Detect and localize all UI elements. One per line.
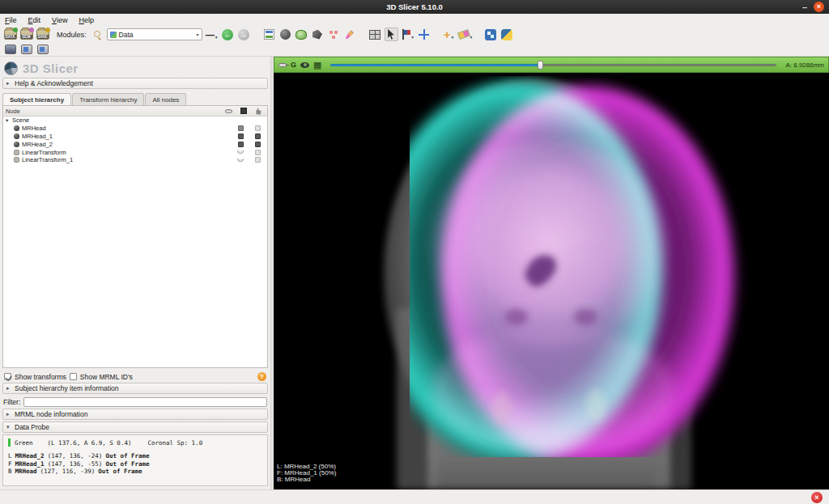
segment-editor-module-button[interactable] bbox=[343, 28, 357, 41]
measurement-button[interactable]: ▾ bbox=[458, 28, 473, 41]
segment-editor-icon bbox=[345, 29, 355, 40]
visibility-eye-icon[interactable] bbox=[238, 125, 244, 131]
mri-slice-image bbox=[274, 73, 829, 489]
window-title: 3D Slicer 5.10.0 bbox=[386, 2, 443, 11]
models-icon bbox=[295, 30, 307, 40]
tree-row-scene[interactable]: ▾ Scene bbox=[3, 116, 267, 125]
probe-view-name: Green bbox=[15, 439, 33, 447]
add-node-button[interactable]: +▾ bbox=[442, 28, 456, 41]
tree-header[interactable]: Node bbox=[3, 106, 267, 116]
scene-view-restore-button[interactable] bbox=[36, 42, 49, 56]
green-view-color-chip bbox=[8, 438, 11, 447]
show-transforms-checkbox[interactable] bbox=[4, 373, 11, 380]
transform-cell-icon[interactable] bbox=[255, 157, 261, 163]
layout-selector-button[interactable] bbox=[368, 28, 382, 41]
probe-ras: (L 137.6, A 6.9, S 0.4) bbox=[48, 439, 132, 447]
tree-row-lineartransform-1[interactable]: LinearTransform_1 bbox=[3, 156, 267, 164]
expanded-arrow-icon[interactable]: ▾ bbox=[6, 117, 12, 124]
screen-capture-button[interactable] bbox=[3, 42, 17, 56]
module-back-button[interactable]: ← bbox=[221, 28, 235, 41]
chevron-down-icon: ▾ bbox=[411, 35, 414, 41]
node-column-header: Node bbox=[6, 108, 20, 115]
visibility-closed-eye-icon[interactable] bbox=[237, 150, 244, 154]
models-module-button[interactable] bbox=[295, 28, 308, 41]
modules-label: Modules: bbox=[57, 31, 87, 39]
transforms-module-button[interactable] bbox=[311, 28, 325, 41]
slice-layout-grid-icon[interactable]: ▦ bbox=[313, 61, 321, 70]
markups-module-button[interactable] bbox=[327, 28, 341, 41]
expanded-arrow-icon: ▾ bbox=[6, 424, 11, 430]
color-column-icon[interactable] bbox=[240, 108, 247, 114]
filter-row: Filter: bbox=[2, 396, 268, 409]
module-forward-button[interactable]: → bbox=[237, 28, 251, 41]
load-data-icon: DATA bbox=[4, 29, 17, 40]
item-information-section[interactable]: ▸ Subject hierarchy item information bbox=[2, 383, 268, 394]
tree-row-mrhead-2[interactable]: MRHead_2 bbox=[3, 140, 267, 148]
transform-cell-icon[interactable] bbox=[255, 150, 261, 155]
markups-icon bbox=[329, 29, 339, 40]
mouse-interaction-button[interactable] bbox=[385, 28, 398, 41]
scene-view-save-button[interactable] bbox=[19, 42, 33, 56]
tree-row-mrhead[interactable]: MRHead bbox=[3, 125, 267, 133]
help-acknowledgement-section[interactable]: ▸ Help & Acknowledgement bbox=[2, 78, 268, 89]
module-history-button[interactable]: —▾ bbox=[205, 28, 219, 41]
visibility-eye-icon[interactable] bbox=[238, 142, 244, 147]
chevron-down-icon: ▾ bbox=[452, 35, 454, 41]
minimize-button[interactable]: – bbox=[802, 2, 807, 12]
volumes-module-button[interactable] bbox=[278, 28, 292, 41]
module-selector-value: Data bbox=[119, 31, 134, 39]
annotation-background-layer: B: MRHead bbox=[277, 476, 336, 483]
save-data-button[interactable]: SAVE bbox=[36, 28, 49, 41]
slider-handle[interactable] bbox=[538, 61, 543, 70]
slice-offset-slider[interactable] bbox=[330, 60, 776, 70]
module-selector-combobox[interactable]: Data ▾ bbox=[107, 28, 202, 40]
module-search-button[interactable] bbox=[91, 28, 104, 41]
transform-node-icon bbox=[14, 157, 19, 163]
menu-file[interactable]: File bbox=[5, 16, 17, 24]
module-panel: 3D Slicer ▸ Help & Acknowledgement Subje… bbox=[0, 57, 270, 489]
tree-row-mrhead-1[interactable]: MRHead_1 bbox=[3, 133, 267, 141]
close-button[interactable]: × bbox=[814, 2, 824, 12]
tab-all-nodes[interactable]: All nodes bbox=[145, 93, 186, 105]
transform-cell-icon[interactable] bbox=[255, 133, 261, 139]
crosshair-button[interactable] bbox=[417, 28, 431, 41]
collapsed-arrow-icon: ▸ bbox=[6, 385, 11, 392]
visibility-column-icon[interactable] bbox=[225, 109, 232, 113]
transform-cell-icon[interactable] bbox=[255, 142, 261, 147]
slice-canvas[interactable]: L: MRHead_2 (50%) F: MRHead_1 (50%) B: M… bbox=[274, 73, 829, 489]
filter-input[interactable] bbox=[23, 397, 267, 407]
menu-view[interactable]: View bbox=[52, 16, 67, 24]
slice-visibility-eye-icon[interactable] bbox=[300, 62, 309, 68]
place-markup-button[interactable]: ▾ bbox=[401, 28, 414, 41]
visibility-eye-icon[interactable] bbox=[238, 133, 244, 139]
menu-edit[interactable]: Edit bbox=[28, 16, 41, 24]
tree-row-lineartransform[interactable]: LinearTransform bbox=[3, 148, 267, 156]
title-bar[interactable]: 3D Slicer 5.10.0 – × bbox=[0, 0, 829, 14]
show-mrml-ids-checkbox[interactable] bbox=[70, 373, 77, 380]
load-dicom-button[interactable]: DCM bbox=[19, 28, 33, 41]
menu-help[interactable]: Help bbox=[79, 16, 94, 24]
transform-column-icon[interactable] bbox=[255, 108, 261, 115]
extensions-manager-button[interactable] bbox=[483, 28, 497, 41]
tab-subject-hierarchy[interactable]: Subject hierarchy bbox=[2, 93, 71, 105]
pin-icon[interactable] bbox=[278, 63, 287, 67]
slice-controller-bar: G ▦ A: 6.9286mm bbox=[274, 57, 829, 73]
subject-hierarchy-module-button[interactable] bbox=[262, 28, 276, 41]
slider-fill bbox=[330, 64, 540, 66]
load-data-button[interactable]: DATA bbox=[3, 28, 17, 41]
screenshot-icon bbox=[5, 44, 16, 54]
subject-hierarchy-icon bbox=[264, 29, 274, 40]
probe-layer-f: FMRHead_1(147, 136, -55)Out of Frame bbox=[8, 460, 262, 468]
error-log-close-button[interactable]: × bbox=[811, 492, 823, 503]
tab-transform-hierarchy[interactable]: Transform hierarchy bbox=[72, 93, 144, 105]
capture-toolbar bbox=[0, 42, 829, 57]
data-probe-section[interactable]: ▾ Data Probe bbox=[2, 421, 268, 433]
scene-view-icon bbox=[21, 44, 32, 54]
transform-cell-icon[interactable] bbox=[255, 125, 261, 131]
python-console-button[interactable] bbox=[500, 28, 513, 41]
slicer-logo-icon bbox=[4, 61, 18, 75]
help-icon[interactable]: ? bbox=[257, 372, 266, 381]
visibility-closed-eye-icon[interactable] bbox=[237, 159, 244, 162]
filter-label: Filter: bbox=[3, 398, 20, 406]
mrml-node-information-section[interactable]: ▸ MRML node information bbox=[2, 409, 268, 420]
